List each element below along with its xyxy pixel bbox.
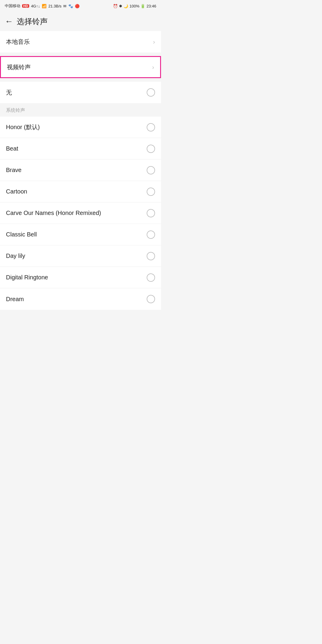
video-ringtone-section: 视频铃声 › [0, 56, 161, 78]
none-section: 无 [0, 82, 161, 103]
chevron-right-icon-video: › [152, 64, 154, 71]
chevron-right-icon: › [153, 38, 155, 45]
carrier-label: 中国移动 [5, 3, 20, 9]
ringtone-dream-item[interactable]: Dream [0, 288, 161, 310]
local-music-item[interactable]: 本地音乐 › [0, 31, 161, 52]
ringtones-section: Honor (默认) Beat Brave Cartoon Carve Our … [0, 117, 161, 310]
ringtone-daylily-label: Day lily [6, 253, 25, 259]
ringtone-carve-label: Carve Our Names (Honor Remixed) [6, 210, 101, 216]
ringtone-brave-radio[interactable] [147, 166, 155, 174]
alarm-icon: ⏰ [113, 4, 118, 8]
mail-icon: ✉ [63, 4, 66, 8]
ringtone-digital-radio[interactable] [147, 273, 155, 282]
ringtone-beat-radio[interactable] [147, 145, 155, 153]
none-item[interactable]: 无 [0, 82, 161, 103]
ringtone-brave-item[interactable]: Brave [0, 160, 161, 181]
ringtone-beat-label: Beat [6, 145, 18, 152]
ringtone-carve-radio[interactable] [147, 209, 155, 217]
wifi-icon: 📶 [42, 4, 47, 8]
bluetooth-icon: ✱ [119, 4, 122, 8]
app-icon2: 🔴 [75, 4, 80, 8]
ringtone-beat-item[interactable]: Beat [0, 138, 161, 160]
app-icon1: 🐾 [68, 4, 73, 8]
local-music-label: 本地音乐 [6, 38, 30, 46]
battery-icon: 🔋 [140, 4, 145, 8]
status-bar: 中国移动 HD 4G↑↓ 📶 21.3B/s ✉ 🐾 🔴 ⏰ ✱ 🌙 100% … [0, 0, 161, 12]
time-label: 23:46 [146, 4, 156, 8]
system-ringtones-label: 系统铃声 [6, 108, 25, 113]
hd-badge: HD [22, 4, 29, 8]
ringtone-honor-radio[interactable] [147, 123, 155, 131]
moon-icon: 🌙 [123, 4, 128, 8]
ringtone-digital-label: Digital Ringtone [6, 274, 48, 281]
ringtone-honor-item[interactable]: Honor (默认) [0, 117, 161, 138]
speed-label: 21.3B/s [48, 4, 61, 8]
none-radio[interactable] [147, 88, 155, 97]
video-ringtone-item[interactable]: 视频铃声 › [1, 57, 160, 77]
local-music-section: 本地音乐 › [0, 31, 161, 52]
status-right: ⏰ ✱ 🌙 100% 🔋 23:46 [113, 4, 156, 8]
status-left: 中国移动 HD 4G↑↓ 📶 21.3B/s ✉ 🐾 🔴 [5, 3, 80, 9]
ringtone-carve-item[interactable]: Carve Our Names (Honor Remixed) [0, 202, 161, 224]
battery-label: 100% [129, 4, 139, 8]
ringtone-daylily-item[interactable]: Day lily [0, 245, 161, 267]
ringtone-daylily-radio[interactable] [147, 252, 155, 260]
ringtone-classic-item[interactable]: Classic Bell [0, 224, 161, 245]
ringtone-brave-label: Brave [6, 167, 21, 174]
ringtone-honor-label: Honor (默认) [6, 123, 40, 131]
ringtone-cartoon-label: Cartoon [6, 188, 27, 195]
ringtone-digital-item[interactable]: Digital Ringtone [0, 267, 161, 288]
network-label: 4G↑↓ [31, 4, 40, 8]
ringtone-dream-radio[interactable] [147, 295, 155, 303]
ringtone-cartoon-radio[interactable] [147, 188, 155, 196]
ringtone-dream-label: Dream [6, 296, 24, 303]
none-label: 无 [6, 89, 12, 97]
system-ringtones-header: 系统铃声 [0, 103, 161, 117]
ringtone-cartoon-item[interactable]: Cartoon [0, 181, 161, 202]
ringtone-classic-radio[interactable] [147, 230, 155, 239]
back-button[interactable]: ← [5, 17, 13, 26]
ringtone-classic-label: Classic Bell [6, 231, 37, 238]
page-title: 选择铃声 [17, 16, 48, 27]
header: ← 选择铃声 [0, 12, 161, 31]
video-ringtone-label: 视频铃声 [7, 63, 31, 71]
